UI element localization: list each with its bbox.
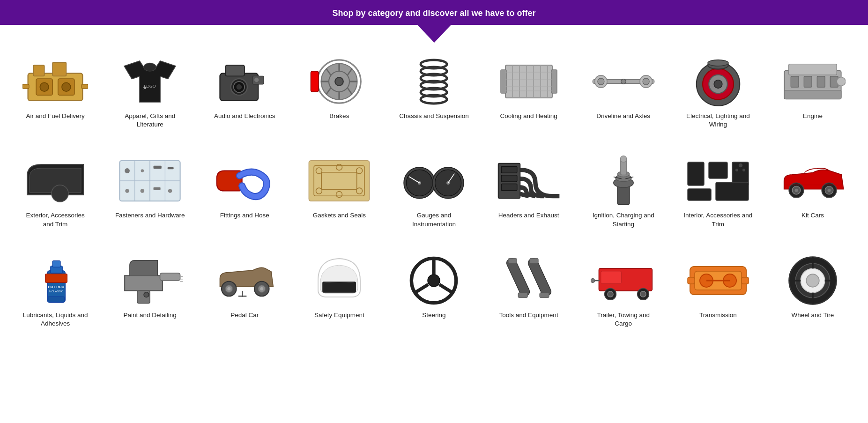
category-image-chassis [401, 56, 467, 107]
svg-line-158 [439, 284, 452, 292]
category-grid: Air and Fuel Delivery ★ LOGO Apparel, Gi… [9, 52, 859, 332]
category-item-chassis[interactable]: Chassis and Suspension [388, 52, 480, 133]
category-label-wheel-tire: Wheel and Tire [792, 311, 834, 319]
category-item-headers[interactable]: Headers and Exhaust [483, 151, 575, 232]
svg-rect-86 [154, 187, 161, 190]
svg-rect-66 [791, 76, 799, 87]
svg-rect-162 [540, 293, 549, 298]
svg-rect-2 [52, 62, 66, 76]
category-item-pedal-car[interactable]: Pedal Car [199, 251, 290, 332]
category-item-driveline[interactable]: Driveline and Axles [578, 52, 669, 133]
category-item-cooling[interactable]: Cooling and Heating [483, 52, 575, 133]
category-item-apparel[interactable]: ★ LOGO Apparel, Gifts and Literature [104, 52, 196, 133]
svg-point-61 [714, 80, 722, 89]
svg-rect-17 [225, 65, 245, 76]
svg-point-54 [598, 78, 604, 85]
category-item-gauges[interactable]: Gauges and Instrumentation [388, 151, 480, 232]
category-item-electrical[interactable]: Electrical, Lighting and Wiring [672, 52, 764, 133]
category-label-cooling: Cooling and Heating [500, 112, 557, 120]
category-item-air-fuel[interactable]: Air and Fuel Delivery [9, 52, 101, 133]
category-image-ignition [591, 155, 656, 207]
svg-line-157 [416, 284, 429, 292]
svg-point-19 [254, 78, 259, 82]
category-image-gauges [401, 155, 467, 207]
svg-point-166 [608, 291, 613, 297]
banner-arrow [417, 25, 451, 43]
svg-rect-67 [804, 76, 812, 87]
category-label-tools: Tools and Equipment [499, 311, 558, 319]
category-item-tools[interactable]: Tools and Equipment [483, 251, 575, 332]
category-image-brakes [306, 56, 372, 107]
category-item-gaskets[interactable]: Gaskets and Seals [293, 151, 385, 232]
svg-rect-160 [518, 293, 527, 298]
category-image-engine [780, 56, 846, 107]
category-label-fasteners: Fasteners and Hardware [115, 211, 185, 220]
category-item-audio[interactable]: Audio and Electronics [199, 52, 290, 133]
svg-point-122 [738, 163, 743, 168]
svg-point-84 [125, 189, 129, 193]
category-item-brakes[interactable]: Brakes [293, 52, 385, 133]
svg-rect-70 [784, 90, 841, 99]
svg-rect-134 [52, 261, 60, 267]
svg-point-72 [52, 185, 68, 202]
category-image-kit-cars [780, 155, 846, 207]
category-label-brakes: Brakes [329, 112, 349, 120]
svg-rect-82 [154, 166, 162, 169]
category-item-interior[interactable]: Interior, Accessories and Trim [672, 151, 764, 232]
svg-rect-175 [688, 277, 695, 284]
category-image-audio [212, 56, 277, 107]
category-item-safety[interactable]: Safety Equipment [293, 251, 385, 332]
category-image-exterior [22, 155, 88, 207]
svg-rect-88 [309, 161, 370, 201]
svg-rect-83 [168, 167, 174, 169]
category-item-fittings[interactable]: Fittings and Hose [199, 151, 290, 232]
category-item-steering[interactable]: Steering [388, 251, 480, 332]
svg-rect-68 [817, 76, 825, 87]
row-spacer [9, 137, 859, 147]
category-label-driveline: Driveline and Axles [596, 112, 650, 120]
category-item-trailer[interactable]: Trailer, Towing and Cargo [578, 251, 669, 332]
svg-point-23 [335, 77, 344, 86]
svg-rect-153 [323, 282, 356, 292]
svg-rect-138 [48, 297, 65, 301]
category-label-fittings: Fittings and Hose [220, 211, 269, 220]
svg-rect-139 [160, 273, 180, 281]
svg-point-150 [260, 287, 264, 290]
category-label-steering: Steering [422, 311, 445, 319]
svg-point-63 [708, 60, 728, 66]
svg-point-124 [735, 169, 738, 171]
category-item-transmission[interactable]: Transmission [672, 251, 764, 332]
svg-point-81 [141, 170, 144, 172]
svg-rect-41 [551, 70, 557, 93]
category-label-interior: Interior, Accessories and Trim [683, 211, 753, 228]
svg-point-71 [837, 77, 846, 86]
svg-text:HOT ROD: HOT ROD [48, 285, 65, 289]
svg-rect-107 [501, 175, 517, 182]
svg-rect-159 [508, 258, 517, 263]
svg-rect-8 [82, 84, 88, 89]
svg-rect-176 [742, 277, 749, 284]
svg-point-141 [144, 292, 149, 297]
category-image-electrical [685, 56, 751, 107]
category-item-fasteners[interactable]: Fasteners and Hardware [104, 151, 196, 232]
svg-rect-135 [45, 274, 67, 282]
category-item-kit-cars[interactable]: Kit Cars [767, 151, 859, 232]
category-image-gaskets [306, 155, 372, 207]
svg-rect-32 [311, 71, 319, 92]
category-label-audio: Audio and Electronics [214, 112, 275, 120]
category-item-lubricants[interactable]: HOT ROD & CLASSIC Lubricants, Liquids an… [9, 251, 101, 332]
category-item-wheel-tire[interactable]: Wheel and Tire [767, 251, 859, 332]
category-image-headers [496, 155, 562, 207]
category-item-engine[interactable]: Engine [767, 52, 859, 133]
banner-text: Shop by category and discover all we hav… [332, 8, 535, 18]
category-item-exterior[interactable]: Exterior, Accessories and Trim [9, 151, 101, 232]
category-item-paint[interactable]: Paint and Detailing [104, 251, 196, 332]
svg-rect-121 [716, 182, 749, 200]
category-item-ignition[interactable]: Ignition, Charging and Starting [578, 151, 669, 232]
svg-point-168 [640, 291, 646, 297]
svg-point-5 [40, 82, 49, 91]
category-image-paint [117, 255, 183, 306]
svg-point-56 [643, 78, 649, 85]
category-image-apparel: ★ LOGO [117, 56, 183, 107]
category-image-tools [496, 255, 562, 306]
